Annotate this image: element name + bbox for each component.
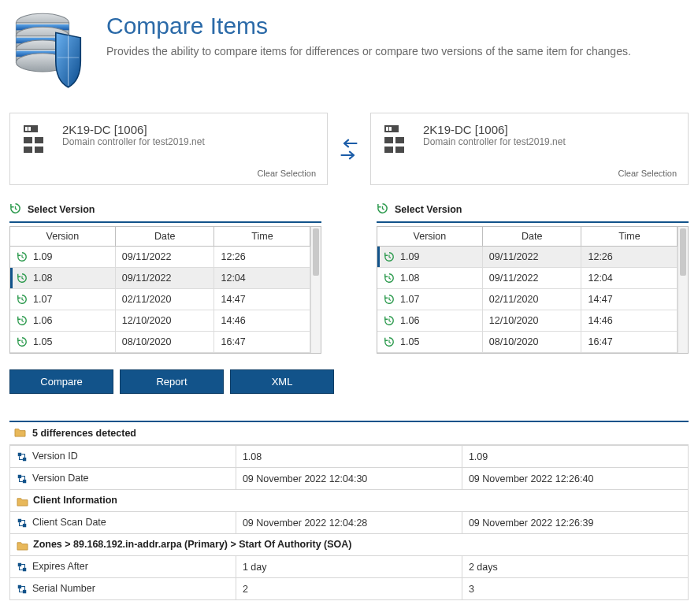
compare-icon [17,584,28,595]
report-button[interactable]: Report [120,369,224,394]
svg-rect-16 [35,147,43,153]
diff-row: Expires After1 day2 days [10,556,689,578]
col-version[interactable]: Version [10,227,115,247]
history-icon [384,336,395,347]
compare-icon [17,451,28,462]
diff-value-a: 1.08 [236,446,462,468]
version-row[interactable]: 1.0508/10/202016:47 [10,332,310,353]
history-icon [17,294,28,305]
col-date[interactable]: Date [482,227,581,247]
time-value: 12:04 [214,268,310,289]
scrollbar[interactable] [310,227,321,353]
differences-count: 5 differences detected [32,428,136,439]
date-value: 12/10/2020 [115,310,214,332]
version-tables-row: Select Version Version Date Time 1.0909/… [9,202,689,354]
diff-value-a: 1 day [236,556,462,578]
svg-rect-24 [18,453,21,456]
date-value: 08/10/2020 [115,332,214,353]
history-icon [17,315,28,326]
version-value: 1.06 [33,315,52,326]
scrollbar[interactable] [678,227,688,353]
server-tree-icon [382,123,414,154]
item-cards-row: 2K19-DC [1006] Domain controller for tes… [9,113,689,185]
svg-rect-26 [18,475,21,478]
select-version-header: Select Version [9,202,321,223]
diff-label: Serial Number [32,583,95,594]
version-row[interactable]: 1.0612/10/202014:46 [10,310,310,332]
version-value: 1.07 [33,294,52,305]
version-value: 1.06 [400,315,419,326]
date-value: 12/10/2020 [482,310,581,332]
version-row[interactable]: 1.0508/10/202016:47 [377,332,678,353]
version-row[interactable]: 1.0809/11/202212:04 [377,268,678,289]
date-value: 09/11/2022 [115,268,214,289]
differences-table: Version ID1.081.09Version Date09 Novembe… [9,445,689,600]
swap-button[interactable] [339,138,359,161]
date-value: 08/10/2020 [482,332,581,353]
date-value: 09/11/2022 [115,247,214,268]
history-icon [384,294,395,305]
compare-icon [17,473,28,484]
svg-rect-22 [384,147,393,153]
time-value: 14:46 [581,310,678,332]
history-icon [17,251,28,262]
svg-rect-15 [24,147,32,153]
date-value: 09/11/2022 [482,268,581,289]
card-title: 2K19-DC [1006] [62,123,205,136]
folder-icon [17,540,28,551]
version-row[interactable]: 1.0612/10/202014:46 [377,310,678,332]
history-icon [384,273,395,284]
time-value: 12:26 [581,247,678,268]
svg-rect-25 [23,458,26,461]
clear-selection-link[interactable]: Clear Selection [382,169,677,178]
svg-rect-19 [389,127,392,131]
version-value: 1.08 [400,273,419,284]
col-version[interactable]: Version [377,227,482,247]
clear-selection-link[interactable]: Clear Selection [21,169,316,178]
card-subtitle: Domain controller for test2019.net [423,136,566,147]
version-row[interactable]: 1.0909/11/202212:26 [10,247,310,268]
version-row[interactable]: 1.0702/11/202014:47 [10,289,310,310]
compare-button[interactable]: Compare [9,369,113,394]
svg-rect-13 [24,137,32,143]
arrow-right-icon [339,150,359,161]
diff-row: Version Date09 November 2022 12:04:3009 … [10,468,689,490]
svg-rect-23 [395,147,404,153]
diff-group-label: Client Information [33,495,117,506]
diff-row: Client Information [10,490,689,512]
xml-button[interactable]: XML [230,369,334,394]
version-table[interactable]: Version Date Time 1.0909/11/202212:261.0… [377,227,678,353]
col-date[interactable]: Date [115,227,214,247]
svg-rect-14 [35,137,43,143]
col-time[interactable]: Time [581,227,678,247]
diff-row: Serial Number23 [10,578,689,600]
diff-label: Version Date [32,473,89,484]
select-version-label: Select Version [28,204,95,215]
compare-item-left: 2K19-DC [1006] Domain controller for tes… [9,113,328,185]
version-row[interactable]: 1.0702/11/202014:47 [377,289,678,310]
history-icon [17,273,28,284]
compare-icon [17,518,28,529]
select-version-label: Select Version [395,204,462,215]
time-value: 14:47 [214,289,310,310]
diff-value-b: 09 November 2022 12:26:39 [462,512,688,534]
col-time[interactable]: Time [214,227,310,247]
card-subtitle: Domain controller for test2019.net [62,136,205,147]
version-row[interactable]: 1.0809/11/202212:04 [10,268,310,289]
svg-rect-32 [18,585,21,588]
version-panel-left: Select Version Version Date Time 1.0909/… [9,202,321,354]
svg-rect-21 [395,137,404,143]
diff-value-a: 09 November 2022 12:04:28 [236,512,462,534]
version-table[interactable]: Version Date Time 1.0909/11/202212:261.0… [10,227,310,353]
time-value: 16:47 [214,332,310,353]
diff-label: Version ID [32,451,78,462]
version-value: 1.08 [33,273,52,284]
arrow-left-icon [339,138,359,149]
svg-rect-20 [384,137,393,143]
svg-rect-28 [18,519,21,522]
select-version-header: Select Version [377,202,689,223]
version-row[interactable]: 1.0909/11/202212:26 [377,247,678,268]
version-panel-right: Select Version Version Date Time 1.0909/… [377,202,689,354]
card-title: 2K19-DC [1006] [423,123,566,136]
history-icon [384,251,395,262]
